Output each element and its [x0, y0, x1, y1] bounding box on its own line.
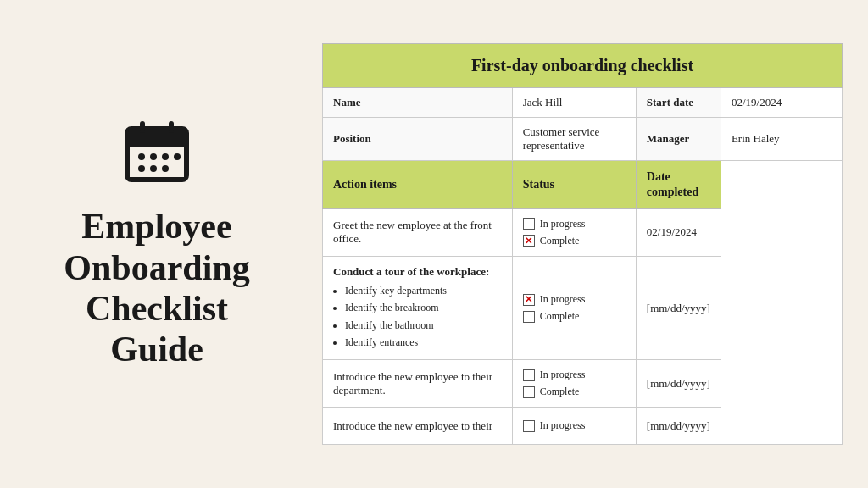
complete-item-2[interactable]: Complete [523, 310, 626, 323]
complete-checkbox-2[interactable] [523, 311, 535, 323]
column-header-row: Action items Status Date completed [323, 160, 843, 208]
in-progress-checkbox-2[interactable]: ✕ [523, 294, 535, 306]
date-cell-3: [mm/dd/yyyy] [636, 360, 721, 408]
complete-item-3[interactable]: Complete [523, 385, 626, 398]
checkbox-group-4: In progress [523, 419, 626, 432]
in-progress-label-3: In progress [540, 369, 586, 381]
complete-label-3: Complete [540, 385, 580, 398]
list-item: Identify the breakroom [345, 299, 502, 316]
svg-rect-13 [140, 121, 145, 133]
position-label: Position [323, 117, 513, 160]
svg-point-12 [162, 165, 169, 172]
status-cell-1: In progress ✕ Complete [512, 208, 636, 256]
date-cell-1: 02/19/2024 [636, 208, 721, 256]
action-text-2: Conduct a tour of the workplace: Identif… [323, 256, 513, 360]
start-date-label: Start date [636, 87, 721, 117]
svg-point-7 [150, 153, 157, 160]
svg-rect-5 [130, 141, 184, 147]
complete-item-1[interactable]: ✕ Complete [523, 235, 626, 247]
complete-label-1: Complete [540, 235, 580, 247]
action-text-4: Introduce the new employee to their [323, 408, 513, 445]
in-progress-item-4[interactable]: In progress [523, 419, 626, 432]
status-cell-2: ✕ In progress Complete [512, 256, 636, 360]
manager-label: Manager [636, 117, 721, 160]
svg-point-10 [138, 165, 145, 172]
table-row: Greet the new employee at the front offi… [323, 208, 843, 256]
list-item: Identify key departments [345, 282, 502, 299]
left-panel: Employee Onboarding Checklist Guide [0, 84, 314, 403]
status-cell-4: In progress [512, 408, 636, 445]
table-row: Introduce the new employee to their depa… [323, 360, 843, 408]
action-text-3: Introduce the new employee to their depa… [323, 360, 513, 408]
name-value: Jack Hill [512, 87, 636, 117]
in-progress-checkbox-3[interactable] [523, 369, 535, 381]
svg-point-11 [150, 165, 157, 172]
name-label: Name [323, 87, 513, 117]
in-progress-label-1: In progress [540, 218, 586, 230]
date-cell-2: [mm/dd/yyyy] [636, 256, 721, 360]
complete-checkbox-1[interactable]: ✕ [523, 235, 535, 247]
info-row-name: Name Jack Hill Start date 02/19/2024 [323, 87, 843, 117]
svg-point-9 [174, 153, 181, 160]
checkbox-group-3: In progress Complete [523, 369, 626, 398]
svg-rect-3 [130, 147, 184, 177]
page-title: Employee Onboarding Checklist Guide [64, 206, 249, 369]
action-bold-2: Conduct a tour of the workplace: [333, 265, 489, 278]
checkbox-group-2: ✕ In progress Complete [523, 293, 626, 323]
bullet-list-2: Identify key departments Identify the br… [333, 282, 502, 352]
position-value: Customer service representative [512, 117, 636, 160]
table-row: Conduct a tour of the workplace: Identif… [323, 256, 843, 360]
in-progress-label-2: In progress [540, 293, 586, 306]
in-progress-item-2[interactable]: ✕ In progress [523, 293, 626, 306]
calendar-icon [123, 118, 191, 186]
checklist-table: First-day onboarding checklist Name Jack… [322, 43, 843, 446]
complete-checkbox-3[interactable] [523, 386, 535, 398]
svg-rect-14 [169, 121, 174, 133]
manager-value: Erin Haley [721, 117, 842, 160]
date-col-header: Date completed [636, 160, 721, 208]
in-progress-item-1[interactable]: In progress [523, 218, 626, 230]
complete-label-2: Complete [540, 310, 580, 323]
table-row: Introduce the new employee to their In p… [323, 408, 843, 445]
list-item: Identify the bathroom [345, 317, 502, 334]
svg-point-6 [138, 153, 145, 160]
in-progress-checkbox-1[interactable] [523, 218, 535, 230]
status-col-header: Status [512, 160, 636, 208]
list-item: Identify entrances [345, 334, 502, 351]
in-progress-label-4: In progress [540, 419, 586, 432]
action-col-header: Action items [323, 160, 513, 208]
in-progress-item-3[interactable]: In progress [523, 369, 626, 381]
in-progress-checkbox-4[interactable] [523, 420, 535, 432]
action-text-1: Greet the new employee at the front offi… [323, 208, 513, 256]
start-date-value: 02/19/2024 [721, 87, 842, 117]
svg-point-8 [162, 153, 169, 160]
checkbox-group-1: In progress ✕ Complete [523, 218, 626, 247]
status-cell-3: In progress Complete [512, 360, 636, 408]
right-panel: First-day onboarding checklist Name Jack… [314, 26, 868, 463]
checklist-title: First-day onboarding checklist [323, 43, 843, 87]
date-cell-4: [mm/dd/yyyy] [636, 408, 721, 445]
info-row-position: Position Customer service representative… [323, 117, 843, 160]
